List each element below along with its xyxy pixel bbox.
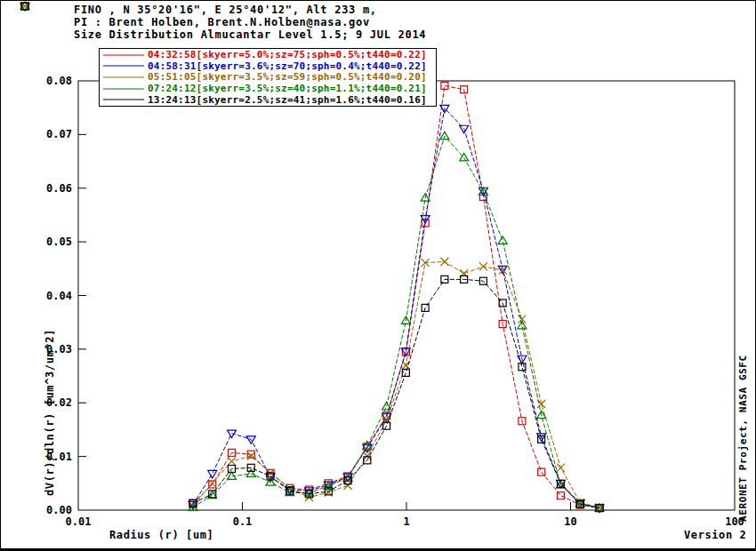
- x-tick-label: 10: [564, 515, 576, 528]
- data-point-x: [440, 258, 448, 266]
- data-point-triangle-up: [440, 132, 449, 140]
- x-tick-label: 1: [403, 515, 409, 528]
- series-line-07:24:12: [193, 136, 599, 507]
- y-tick-label: 0.05: [46, 236, 72, 248]
- data-point-x: [247, 452, 255, 460]
- y-tick-label: 0.07: [46, 128, 72, 140]
- data-point-x: [557, 464, 565, 472]
- legend-marker-triangle-down-icon: [100, 60, 148, 71]
- legend-item-label: 04:32:58[skyerr=5.0%;sz=75;sph=0.5%;t440…: [148, 49, 427, 60]
- legend-item: 05:51:05[skyerr=3.5%;sz=59;sph=0.5%;t440…: [100, 72, 436, 83]
- data-point-triangle-down: [208, 470, 217, 478]
- y-tick-label: 0.00: [46, 504, 72, 516]
- legend-marker-triangle-up-icon: [100, 84, 148, 94]
- version-label: Version 2: [684, 529, 746, 541]
- legend-item: 04:32:58[skyerr=5.0%;sz=75;sph=0.5%;t440…: [100, 50, 436, 60]
- legend-item-label: 05:51:05[skyerr=3.5%;sz=59;sph=0.5%;t440…: [148, 71, 427, 83]
- x-tick-label: 0.01: [66, 515, 92, 528]
- legend: 04:32:58[skyerr=5.0%;sz=75;sph=0.5%;t440…: [99, 48, 437, 107]
- legend-item-label: 07:24:12[skyerr=3.5%;sz=40;sph=1.1%;t440…: [148, 83, 427, 94]
- legend-marker-square-icon: [100, 50, 148, 60]
- legend-item: 04:58:31[skyerr=3.6%;sz=70;sph=0.4%;t440…: [100, 60, 436, 71]
- legend-item: 13:24:13[skyerr=2.5%;sz=41;sph=1.6%;t440…: [100, 94, 436, 105]
- legend-item-label: 13:24:13[skyerr=2.5%;sz=41;sph=1.6%;t440…: [148, 94, 427, 106]
- legend-marker-x-icon: [100, 72, 148, 83]
- data-point-x: [479, 262, 487, 270]
- y-tick-label: 0.06: [46, 182, 72, 195]
- legend-item: 07:24:12[skyerr=3.5%;sz=40;sph=1.1%;t440…: [100, 84, 436, 94]
- aeronet-watermark: AERONET Project, NASA GSFC: [737, 355, 749, 522]
- y-axis-label: dV(r)/dln(r) [um^3/um^2]: [44, 329, 56, 496]
- legend-marker-square-icon: [100, 94, 148, 105]
- x-tick-label: 0.1: [233, 515, 253, 528]
- series-line-04:58:31: [193, 108, 599, 508]
- y-tick-label: 0.08: [46, 75, 72, 87]
- legend-item-label: 04:58:31[skyerr=3.6%;sz=70;sph=0.4%;t440…: [148, 60, 427, 72]
- y-tick-label: 0.04: [46, 290, 72, 302]
- data-point-x: [228, 458, 236, 466]
- x-axis-label: Radius (r) [um]: [109, 529, 213, 541]
- plot-frame: [78, 81, 735, 510]
- aeronet-size-distribution-plot: FINO , N 35°20'16", E 25°40'12", Alt 233…: [0, 0, 756, 551]
